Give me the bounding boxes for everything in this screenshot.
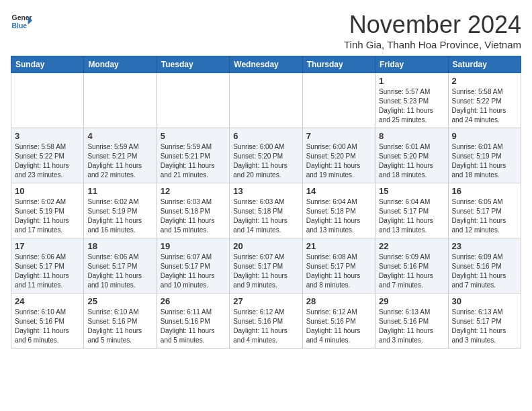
calendar-header-row: SundayMondayTuesdayWednesdayThursdayFrid… xyxy=(11,56,521,73)
calendar-cell xyxy=(230,73,302,128)
calendar-cell: 28Sunrise: 6:12 AM Sunset: 5:16 PM Dayli… xyxy=(302,293,375,349)
title-block: November 2024 Tinh Gia, Thanh Hoa Provin… xyxy=(344,11,521,50)
calendar-cell: 21Sunrise: 6:08 AM Sunset: 5:17 PM Dayli… xyxy=(302,238,375,293)
cell-info: Sunrise: 6:02 AM Sunset: 5:19 PM Dayligh… xyxy=(15,197,80,235)
location-title: Tinh Gia, Thanh Hoa Province, Vietnam xyxy=(344,39,521,50)
calendar-week-row: 1Sunrise: 5:57 AM Sunset: 5:23 PM Daylig… xyxy=(11,73,521,128)
calendar-cell: 26Sunrise: 6:11 AM Sunset: 5:16 PM Dayli… xyxy=(157,293,229,349)
calendar-cell: 5Sunrise: 5:59 AM Sunset: 5:21 PM Daylig… xyxy=(157,128,229,183)
calendar-table: SundayMondayTuesdayWednesdayThursdayFrid… xyxy=(11,56,521,349)
calendar-cell: 24Sunrise: 6:10 AM Sunset: 5:16 PM Dayli… xyxy=(11,293,84,349)
cell-info: Sunrise: 5:57 AM Sunset: 5:23 PM Dayligh… xyxy=(379,87,444,125)
calendar-cell: 9Sunrise: 6:01 AM Sunset: 5:19 PM Daylig… xyxy=(448,128,521,183)
cell-info: Sunrise: 6:07 AM Sunset: 5:17 PM Dayligh… xyxy=(233,253,298,290)
page-header: General Blue November 2024 Tinh Gia, Tha… xyxy=(11,11,521,50)
cell-info: Sunrise: 6:03 AM Sunset: 5:18 PM Dayligh… xyxy=(161,197,226,235)
day-number: 12 xyxy=(161,186,226,196)
calendar-cell: 10Sunrise: 6:02 AM Sunset: 5:19 PM Dayli… xyxy=(11,183,84,238)
cell-info: Sunrise: 6:13 AM Sunset: 5:17 PM Dayligh… xyxy=(452,308,517,345)
day-number: 8 xyxy=(379,131,444,141)
day-number: 7 xyxy=(306,131,371,141)
calendar-week-row: 3Sunrise: 5:58 AM Sunset: 5:22 PM Daylig… xyxy=(11,128,521,183)
day-number: 29 xyxy=(379,296,444,306)
day-number: 22 xyxy=(379,241,444,251)
cell-info: Sunrise: 6:01 AM Sunset: 5:19 PM Dayligh… xyxy=(452,142,517,180)
calendar-cell: 7Sunrise: 6:00 AM Sunset: 5:20 PM Daylig… xyxy=(302,128,375,183)
calendar-cell: 14Sunrise: 6:04 AM Sunset: 5:18 PM Dayli… xyxy=(302,183,375,238)
calendar-cell: 6Sunrise: 6:00 AM Sunset: 5:20 PM Daylig… xyxy=(230,128,302,183)
calendar-week-row: 10Sunrise: 6:02 AM Sunset: 5:19 PM Dayli… xyxy=(11,183,521,238)
day-number: 28 xyxy=(306,296,371,306)
calendar-cell: 12Sunrise: 6:03 AM Sunset: 5:18 PM Dayli… xyxy=(157,183,229,238)
weekday-header: Tuesday xyxy=(157,56,229,73)
day-number: 21 xyxy=(306,241,371,251)
calendar-cell: 15Sunrise: 6:04 AM Sunset: 5:17 PM Dayli… xyxy=(375,183,448,238)
day-number: 15 xyxy=(379,186,444,196)
day-number: 4 xyxy=(87,131,152,141)
day-number: 23 xyxy=(452,241,517,251)
day-number: 20 xyxy=(233,241,298,251)
calendar-cell xyxy=(11,73,84,128)
cell-info: Sunrise: 6:04 AM Sunset: 5:18 PM Dayligh… xyxy=(306,197,371,235)
cell-info: Sunrise: 6:11 AM Sunset: 5:16 PM Dayligh… xyxy=(161,308,226,345)
cell-info: Sunrise: 6:06 AM Sunset: 5:17 PM Dayligh… xyxy=(87,253,152,290)
calendar-cell: 3Sunrise: 5:58 AM Sunset: 5:22 PM Daylig… xyxy=(11,128,84,183)
day-number: 3 xyxy=(15,131,80,141)
day-number: 18 xyxy=(87,241,152,251)
cell-info: Sunrise: 6:04 AM Sunset: 5:17 PM Dayligh… xyxy=(379,197,444,235)
logo-icon: General Blue xyxy=(11,11,32,32)
cell-info: Sunrise: 5:59 AM Sunset: 5:21 PM Dayligh… xyxy=(161,142,226,180)
day-number: 9 xyxy=(452,131,517,141)
day-number: 24 xyxy=(15,296,80,306)
day-number: 26 xyxy=(161,296,226,306)
calendar-cell: 18Sunrise: 6:06 AM Sunset: 5:17 PM Dayli… xyxy=(84,238,157,293)
calendar-week-row: 17Sunrise: 6:06 AM Sunset: 5:17 PM Dayli… xyxy=(11,238,521,293)
cell-info: Sunrise: 6:10 AM Sunset: 5:16 PM Dayligh… xyxy=(15,308,80,345)
day-number: 10 xyxy=(15,186,80,196)
calendar-cell: 19Sunrise: 6:07 AM Sunset: 5:17 PM Dayli… xyxy=(157,238,229,293)
cell-info: Sunrise: 6:12 AM Sunset: 5:16 PM Dayligh… xyxy=(233,308,298,345)
calendar-cell: 2Sunrise: 5:58 AM Sunset: 5:22 PM Daylig… xyxy=(448,73,521,128)
weekday-header: Sunday xyxy=(11,56,84,73)
cell-info: Sunrise: 6:10 AM Sunset: 5:16 PM Dayligh… xyxy=(87,308,152,345)
cell-info: Sunrise: 6:08 AM Sunset: 5:17 PM Dayligh… xyxy=(306,253,371,290)
cell-info: Sunrise: 6:02 AM Sunset: 5:19 PM Dayligh… xyxy=(87,197,152,235)
weekday-header: Thursday xyxy=(302,56,375,73)
day-number: 5 xyxy=(161,131,226,141)
day-number: 2 xyxy=(452,76,517,86)
weekday-header: Monday xyxy=(84,56,157,73)
calendar-cell: 4Sunrise: 5:59 AM Sunset: 5:21 PM Daylig… xyxy=(84,128,157,183)
day-number: 6 xyxy=(233,131,298,141)
calendar-cell: 8Sunrise: 6:01 AM Sunset: 5:20 PM Daylig… xyxy=(375,128,448,183)
day-number: 25 xyxy=(87,296,152,306)
calendar-cell xyxy=(157,73,229,128)
cell-info: Sunrise: 6:00 AM Sunset: 5:20 PM Dayligh… xyxy=(233,142,298,180)
cell-info: Sunrise: 6:01 AM Sunset: 5:20 PM Dayligh… xyxy=(379,142,444,180)
cell-info: Sunrise: 6:12 AM Sunset: 5:16 PM Dayligh… xyxy=(306,308,371,345)
calendar-cell: 22Sunrise: 6:09 AM Sunset: 5:16 PM Dayli… xyxy=(375,238,448,293)
calendar-cell: 16Sunrise: 6:05 AM Sunset: 5:17 PM Dayli… xyxy=(448,183,521,238)
cell-info: Sunrise: 6:03 AM Sunset: 5:18 PM Dayligh… xyxy=(233,197,298,235)
calendar-cell xyxy=(302,73,375,128)
calendar-cell xyxy=(84,73,157,128)
cell-info: Sunrise: 6:13 AM Sunset: 5:16 PM Dayligh… xyxy=(379,308,444,345)
day-number: 14 xyxy=(306,186,371,196)
weekday-header: Wednesday xyxy=(230,56,302,73)
calendar-cell: 11Sunrise: 6:02 AM Sunset: 5:19 PM Dayli… xyxy=(84,183,157,238)
weekday-header: Saturday xyxy=(448,56,521,73)
calendar-cell: 1Sunrise: 5:57 AM Sunset: 5:23 PM Daylig… xyxy=(375,73,448,128)
day-number: 19 xyxy=(161,241,226,251)
calendar-cell: 20Sunrise: 6:07 AM Sunset: 5:17 PM Dayli… xyxy=(230,238,302,293)
cell-info: Sunrise: 5:59 AM Sunset: 5:21 PM Dayligh… xyxy=(87,142,152,180)
calendar-cell: 23Sunrise: 6:09 AM Sunset: 5:16 PM Dayli… xyxy=(448,238,521,293)
svg-text:Blue: Blue xyxy=(12,22,28,30)
calendar-week-row: 24Sunrise: 6:10 AM Sunset: 5:16 PM Dayli… xyxy=(11,293,521,349)
day-number: 17 xyxy=(15,241,80,251)
day-number: 16 xyxy=(452,186,517,196)
cell-info: Sunrise: 6:09 AM Sunset: 5:16 PM Dayligh… xyxy=(379,253,444,290)
cell-info: Sunrise: 5:58 AM Sunset: 5:22 PM Dayligh… xyxy=(452,87,517,125)
calendar-cell: 25Sunrise: 6:10 AM Sunset: 5:16 PM Dayli… xyxy=(84,293,157,349)
day-number: 13 xyxy=(233,186,298,196)
cell-info: Sunrise: 6:09 AM Sunset: 5:16 PM Dayligh… xyxy=(452,253,517,290)
day-number: 30 xyxy=(452,296,517,306)
